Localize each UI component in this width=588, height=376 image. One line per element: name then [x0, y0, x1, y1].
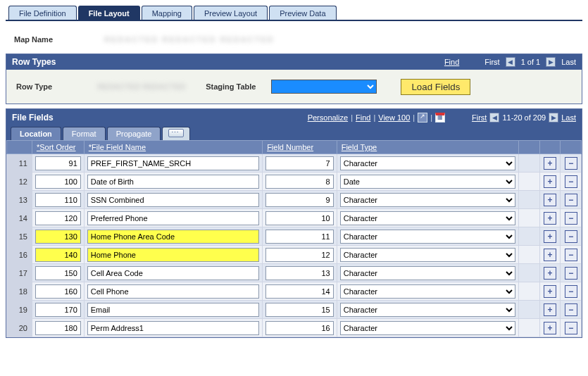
field-type-select[interactable]: Date	[340, 175, 516, 189]
row-index: 20	[7, 319, 32, 337]
file-field-name-input[interactable]	[87, 175, 259, 189]
delete-row-button[interactable]: −	[565, 285, 577, 298]
field-number-input[interactable]	[265, 211, 334, 225]
col-file-field-name[interactable]: *File Field Name	[84, 141, 262, 154]
delete-row-button[interactable]: −	[565, 194, 577, 206]
grid-find-link[interactable]: Find	[356, 113, 370, 122]
delete-row-button[interactable]: −	[565, 230, 577, 243]
field-type-select[interactable]: Character	[340, 156, 516, 170]
show-all-icon	[168, 129, 184, 137]
grid-personalize-link[interactable]: Personalize	[308, 113, 348, 122]
field-type-select[interactable]: Character	[340, 230, 516, 244]
table-row: 20Character+−	[7, 319, 582, 337]
delete-row-button[interactable]: −	[565, 175, 577, 188]
field-number-input[interactable]	[265, 321, 334, 335]
field-type-select[interactable]: Character	[340, 248, 516, 262]
field-number-input[interactable]	[265, 230, 334, 244]
delete-row-button[interactable]: −	[565, 322, 577, 334]
delete-row-button[interactable]: −	[565, 157, 577, 170]
file-field-name-input[interactable]	[87, 230, 259, 244]
grid-tab-format[interactable]: Format	[63, 127, 106, 140]
download-icon[interactable]	[435, 113, 445, 123]
file-field-name-input[interactable]	[87, 321, 259, 335]
sort-order-input[interactable]	[35, 284, 81, 299]
grid-tab-location[interactable]: Location	[11, 127, 61, 140]
sort-order-input[interactable]	[35, 211, 81, 225]
table-row: 18Character+−	[7, 282, 582, 301]
file-field-name-input[interactable]	[87, 266, 259, 280]
row-types-prev-icon[interactable]: ◀	[506, 57, 515, 67]
tab-preview-layout[interactable]: Preview Layout	[194, 6, 268, 20]
sort-order-input[interactable]	[35, 266, 81, 280]
file-field-name-input[interactable]	[87, 211, 259, 225]
delete-row-button[interactable]: −	[565, 212, 577, 225]
staging-table-select[interactable]	[271, 80, 377, 94]
field-number-input[interactable]	[265, 284, 334, 299]
grid-next-icon[interactable]: ▶	[549, 113, 558, 123]
load-fields-button[interactable]: Load Fields	[401, 79, 470, 95]
grid-first[interactable]: First	[472, 113, 487, 122]
field-number-input[interactable]	[265, 303, 334, 317]
col-field-number[interactable]: Field Number	[263, 141, 337, 154]
add-row-button[interactable]: +	[544, 285, 556, 298]
field-number-input[interactable]	[265, 266, 334, 280]
file-field-name-input[interactable]	[87, 248, 259, 262]
row-index: 16	[7, 246, 32, 264]
grid-view100-link[interactable]: View 100	[378, 113, 410, 122]
show-all-columns-icon[interactable]	[162, 127, 190, 140]
table-row: 14Character+−	[7, 209, 582, 227]
sort-order-input[interactable]	[35, 248, 81, 262]
row-index: 15	[7, 227, 32, 246]
field-type-select[interactable]: Character	[340, 211, 516, 225]
sort-order-input[interactable]	[35, 193, 81, 207]
add-row-button[interactable]: +	[544, 249, 556, 261]
row-types-first[interactable]: First	[484, 58, 499, 66]
add-row-button[interactable]: +	[544, 157, 556, 170]
sort-order-input[interactable]	[35, 321, 81, 335]
add-row-button[interactable]: +	[544, 194, 556, 206]
col-sort-order[interactable]: *Sort Order	[32, 141, 84, 154]
col-field-type[interactable]: Field Type	[337, 141, 519, 154]
add-row-button[interactable]: +	[544, 230, 556, 243]
add-row-button[interactable]: +	[544, 175, 556, 188]
file-field-name-input[interactable]	[87, 284, 259, 299]
tab-preview-data[interactable]: Preview Data	[269, 6, 336, 20]
grid-prev-icon[interactable]: ◀	[489, 113, 499, 123]
sort-order-input[interactable]	[35, 230, 81, 244]
field-number-input[interactable]	[265, 193, 334, 207]
file-field-name-input[interactable]	[87, 156, 259, 170]
row-types-next-icon[interactable]: ▶	[546, 57, 556, 67]
add-row-button[interactable]: +	[544, 303, 556, 316]
file-field-name-input[interactable]	[87, 303, 259, 317]
delete-row-button[interactable]: −	[565, 249, 577, 261]
map-name-row: Map Name REDACTED REDACTED REDACTED	[6, 21, 582, 54]
field-number-input[interactable]	[265, 175, 334, 189]
grid-tab-propagate[interactable]: Propagate	[107, 127, 161, 140]
row-index: 18	[7, 282, 32, 301]
sort-order-input[interactable]	[35, 156, 81, 170]
grid-last[interactable]: Last	[561, 113, 576, 122]
field-type-select[interactable]: Character	[340, 321, 516, 335]
add-row-button[interactable]: +	[544, 267, 556, 280]
add-row-button[interactable]: +	[544, 212, 556, 225]
field-type-select[interactable]: Character	[340, 284, 516, 299]
field-number-input[interactable]	[265, 156, 334, 170]
zoom-icon[interactable]	[418, 113, 427, 123]
sort-order-input[interactable]	[35, 303, 81, 317]
row-types-find-link[interactable]: Find	[444, 58, 459, 66]
tab-file-layout[interactable]: File Layout	[78, 6, 140, 20]
staging-table-label: Staging Table	[206, 82, 256, 91]
delete-row-button[interactable]: −	[565, 303, 577, 316]
row-index: 13	[7, 191, 32, 209]
row-types-last[interactable]: Last	[561, 58, 576, 66]
sort-order-input[interactable]	[35, 175, 81, 189]
tab-mapping[interactable]: Mapping	[142, 6, 192, 20]
field-type-select[interactable]: Character	[340, 266, 516, 280]
field-type-select[interactable]: Character	[340, 303, 516, 317]
delete-row-button[interactable]: −	[565, 267, 577, 280]
file-field-name-input[interactable]	[87, 193, 259, 207]
field-number-input[interactable]	[265, 248, 334, 262]
field-type-select[interactable]: Character	[340, 193, 516, 207]
add-row-button[interactable]: +	[544, 322, 556, 334]
tab-file-def[interactable]: File Definition	[8, 6, 77, 20]
